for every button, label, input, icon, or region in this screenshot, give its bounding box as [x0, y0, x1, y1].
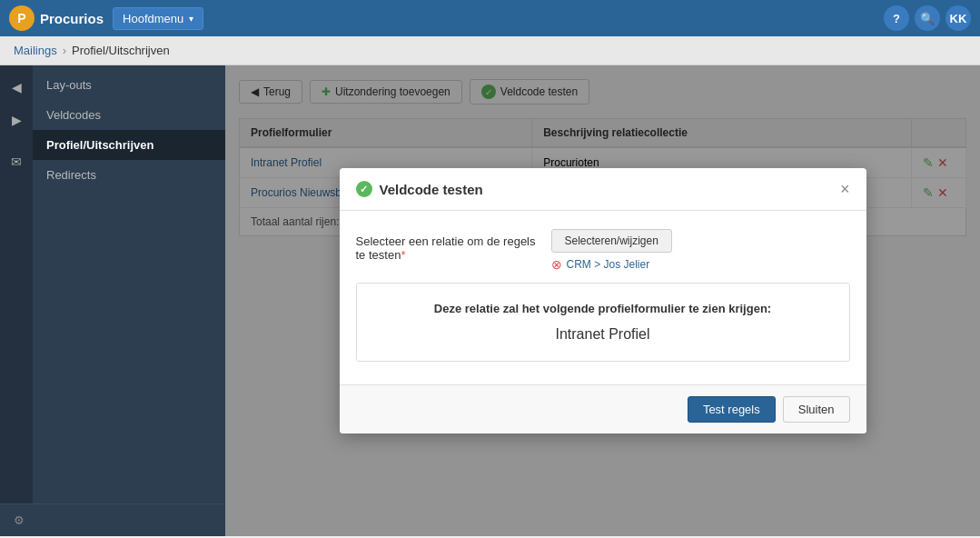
modal-result-intro: Deze relatie zal het volgende profielfor…	[375, 302, 831, 315]
veldcode-modal: ✓ Veldcode testen × Selecteer een relati…	[340, 168, 866, 433]
user-avatar[interactable]: KK	[945, 5, 971, 31]
selected-relation: ⊗ CRM > Jos Jelier	[551, 257, 672, 272]
settings-icon: ⚙	[14, 513, 25, 527]
sluiten-button[interactable]: Sluiten	[783, 396, 850, 423]
remove-relation-icon[interactable]: ⊗	[551, 257, 562, 272]
sidebar-item-redirects[interactable]: Redirects	[33, 160, 225, 190]
main-menu-dropdown[interactable]: Hoofdmenu ▾	[113, 7, 203, 30]
modal-header: ✓ Veldcode testen ×	[340, 168, 866, 211]
topbar-right: ? 🔍 KK	[884, 5, 971, 31]
logo-area: P Procurios	[9, 5, 104, 31]
sidebar-item-lay-outs[interactable]: Lay-outs	[33, 70, 225, 100]
search-button[interactable]: 🔍	[915, 5, 940, 31]
sidebar: ◀ ▶ ✉ Lay-outs Veldcodes Profiel/Uitschr…	[0, 65, 225, 536]
modal-result-box: Deze relatie zal het volgende profielfor…	[356, 283, 850, 362]
modal-title: ✓ Veldcode testen	[356, 181, 483, 197]
modal-footer: Test regels Sluiten	[340, 384, 866, 433]
modal-select-row: Selecteer een relatie om de regels te te…	[356, 229, 850, 272]
chevron-down-icon: ▾	[189, 14, 193, 24]
sidebar-nav: Lay-outs Veldcodes Profiel/Uitschrijven …	[33, 65, 225, 503]
logo-icon: P	[9, 5, 35, 31]
modal-close-button[interactable]: ×	[840, 181, 850, 197]
modal-result-value: Intranet Profiel	[375, 326, 831, 343]
modal-select-controls: Selecteren/wijzigen ⊗ CRM > Jos Jelier	[551, 229, 672, 272]
modal-check-icon: ✓	[356, 181, 372, 197]
sidebar-item-profiel[interactable]: Profiel/Uitschrijven	[33, 130, 225, 160]
modal-select-label: Selecteer een relatie om de regels te te…	[356, 229, 538, 262]
topbar: P Procurios Hoofdmenu ▾ ? 🔍 KK	[0, 0, 980, 36]
sidebar-collapse-icon[interactable]: ◀	[4, 75, 29, 100]
sidebar-bottom[interactable]: ⚙	[0, 503, 225, 536]
sidebar-item-veldcodes[interactable]: Veldcodes	[33, 100, 225, 130]
sidebar-mail-icon[interactable]: ✉	[4, 149, 29, 174]
breadcrumb: Mailings › Profiel/Uitschrijven	[0, 36, 980, 65]
test-regels-button[interactable]: Test regels	[688, 396, 776, 423]
modal-body: Selecteer een relatie om de regels te te…	[340, 211, 866, 384]
main-layout: ◀ ▶ ✉ Lay-outs Veldcodes Profiel/Uitschr…	[0, 65, 980, 536]
sidebar-expand-icon[interactable]: ▶	[4, 107, 29, 133]
breadcrumb-mailings[interactable]: Mailings	[14, 44, 57, 57]
breadcrumb-separator: ›	[63, 44, 66, 57]
breadcrumb-current: Profiel/Uitschrijven	[72, 44, 170, 57]
selecteren-button[interactable]: Selecteren/wijzigen	[551, 229, 672, 253]
help-button[interactable]: ?	[884, 5, 909, 31]
modal-overlay: ✓ Veldcode testen × Selecteer een relati…	[225, 65, 980, 536]
sidebar-icons-col: ◀ ▶ ✉	[0, 65, 33, 503]
sidebar-body: ◀ ▶ ✉ Lay-outs Veldcodes Profiel/Uitschr…	[0, 65, 225, 503]
logo-text: Procurios	[40, 11, 104, 26]
main-menu-label: Hoofdmenu	[123, 12, 183, 25]
content-area: ◀ Terug ✚ Uitzondering toevoegen ✓ Veldc…	[225, 65, 980, 536]
